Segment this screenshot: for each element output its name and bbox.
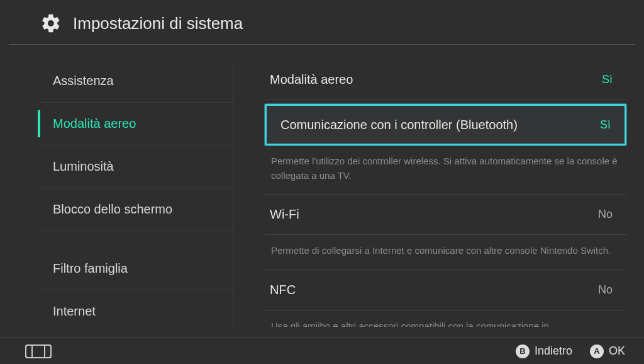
sidebar-item-assistenza[interactable]: Assistenza [38, 60, 233, 103]
sidebar-item-label: Internet [53, 304, 96, 319]
content: Modalità aereo Sì Comunicazione con i co… [233, 60, 644, 327]
setting-description: Permette l'utilizzo dei controller wirel… [265, 145, 626, 195]
setting-airplane-mode[interactable]: Modalità aereo Sì [265, 60, 626, 100]
header: Impostazioni di sistema [9, 0, 635, 45]
page-title: Impostazioni di sistema [73, 14, 243, 33]
sidebar-gap [38, 231, 233, 247]
sidebar-item-label: Modalità aereo [53, 117, 136, 131]
setting-label: Comunicazione con i controller (Bluetoot… [280, 118, 518, 132]
a-button-icon: A [590, 344, 604, 358]
sidebar-item-label: Blocco dello schermo [53, 202, 172, 217]
setting-value: Sì [600, 118, 611, 132]
sidebar-item-modalita-aereo[interactable]: Modalità aereo [38, 103, 233, 145]
footer: B Indietro A OK [0, 338, 644, 364]
setting-value: No [598, 283, 613, 297]
setting-label: NFC [270, 283, 296, 297]
back-label: Indietro [535, 344, 572, 358]
setting-controller-bluetooth[interactable]: Comunicazione con i controller (Bluetoot… [265, 104, 626, 145]
sidebar-item-label: Filtro famiglia [53, 261, 128, 276]
sidebar-item-filtro-famiglia[interactable]: Filtro famiglia [38, 247, 233, 290]
console-icon [25, 344, 52, 358]
ok-button[interactable]: A OK [590, 344, 625, 358]
b-button-icon: B [516, 344, 530, 358]
setting-description: Usa gli amiibo e altri accessori compati… [265, 310, 626, 327]
setting-value: Sì [602, 73, 613, 86]
setting-label: Wi-Fi [270, 207, 299, 222]
gear-icon [40, 13, 62, 34]
setting-nfc[interactable]: NFC No [265, 270, 626, 310]
sidebar: Assistenza Modalità aereo Luminosità Blo… [0, 60, 233, 327]
setting-label: Modalità aereo [270, 72, 353, 87]
footer-actions: B Indietro A OK [516, 344, 625, 358]
sidebar-item-luminosita[interactable]: Luminosità [38, 145, 233, 188]
setting-description: Permette di collegarsi a Internet e comu… [265, 235, 626, 270]
sidebar-item-label: Assistenza [53, 74, 114, 88]
sidebar-item-label: Luminosità [53, 159, 114, 174]
body: Assistenza Modalità aereo Luminosità Blo… [0, 45, 644, 327]
ok-label: OK [609, 344, 625, 358]
setting-wifi[interactable]: Wi-Fi No [265, 195, 626, 235]
sidebar-item-internet[interactable]: Internet [38, 290, 233, 327]
setting-value: No [598, 208, 613, 221]
sidebar-item-blocco-schermo[interactable]: Blocco dello schermo [38, 188, 233, 231]
back-button[interactable]: B Indietro [516, 344, 572, 358]
